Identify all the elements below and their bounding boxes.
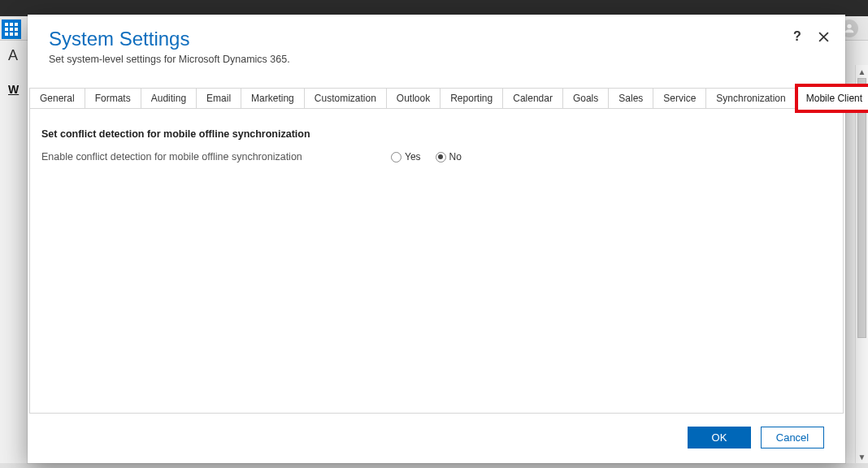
radio-no-label: No [449,151,462,162]
tab-auditing[interactable]: Auditing [141,89,197,108]
tab-general[interactable]: General [30,89,85,108]
radio-dot-icon [391,152,401,162]
tab-formats[interactable]: Formats [85,89,141,108]
dialog-footer: OK Cancel [28,414,845,463]
scroll-down-icon[interactable]: ▼ [856,450,868,463]
app-launcher-icon[interactable] [2,20,21,39]
tab-content: Set conflict detection for mobile offlin… [29,109,844,414]
tab-sales[interactable]: Sales [609,89,653,108]
dialog-subtitle: Set system-level settings for Microsoft … [49,54,824,65]
tab-marketing[interactable]: Marketing [241,89,305,108]
tab-email[interactable]: Email [197,89,241,108]
radio-no[interactable]: No [436,151,462,162]
background-topbar [0,0,868,16]
background-link-clip: W [8,83,19,96]
tab-mobile-client[interactable]: Mobile Client [796,85,868,111]
help-button[interactable]: ? [790,29,805,44]
setting-row-conflict-detection: Enable conflict detection for mobile off… [41,151,831,162]
tab-service[interactable]: Service [653,89,706,108]
background-heading-clip: A [8,47,18,64]
radio-yes[interactable]: Yes [391,151,421,162]
close-button[interactable] [816,29,831,44]
tab-goals[interactable]: Goals [563,89,609,108]
tab-strip: General Formats Auditing Email Marketing… [29,88,844,109]
setting-label: Enable conflict detection for mobile off… [41,151,391,162]
ok-button[interactable]: OK [688,427,751,448]
scroll-up-icon[interactable]: ▲ [856,65,868,78]
radio-yes-label: Yes [405,151,421,162]
tab-outlook[interactable]: Outlook [387,89,441,108]
tab-reporting[interactable]: Reporting [441,89,503,108]
section-title: Set conflict detection for mobile offlin… [41,128,831,140]
system-settings-dialog: ? System Settings Set system-level setti… [28,15,845,463]
page-scrollbar[interactable]: ▲ ▼ [855,65,868,463]
tab-calendar[interactable]: Calendar [503,89,563,108]
tab-customization[interactable]: Customization [305,89,387,108]
radio-dot-icon [436,152,446,162]
svg-point-0 [847,24,851,28]
dialog-title: System Settings [49,28,824,50]
background-bottom-edge [0,463,868,468]
cancel-button[interactable]: Cancel [761,427,824,448]
scroll-thumb[interactable] [857,78,866,338]
tab-synchronization[interactable]: Synchronization [706,89,796,108]
